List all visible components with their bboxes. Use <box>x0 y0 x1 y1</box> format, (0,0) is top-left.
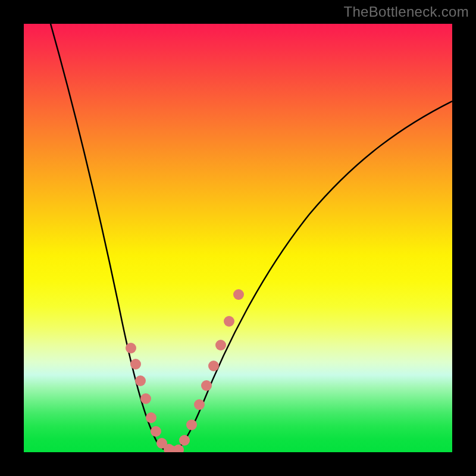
dot <box>233 289 244 300</box>
dot <box>224 316 234 327</box>
outer-frame: TheBottleneck.com <box>0 0 476 476</box>
plot-area <box>24 24 452 452</box>
dot <box>151 426 161 437</box>
dot <box>130 359 141 369</box>
data-dots <box>126 289 244 452</box>
dot <box>135 375 146 386</box>
dot <box>173 444 184 452</box>
bottleneck-curve-right <box>173 101 452 452</box>
dot <box>140 393 151 404</box>
dot <box>186 419 197 430</box>
dot <box>179 435 190 446</box>
dot <box>194 399 205 410</box>
chart-svg <box>24 24 452 452</box>
dot <box>201 380 212 391</box>
bottleneck-curve-left <box>51 24 173 452</box>
dot <box>215 340 226 350</box>
dot <box>146 412 156 423</box>
dot <box>208 361 219 371</box>
dot <box>126 343 136 353</box>
watermark-text: TheBottleneck.com <box>343 4 469 20</box>
